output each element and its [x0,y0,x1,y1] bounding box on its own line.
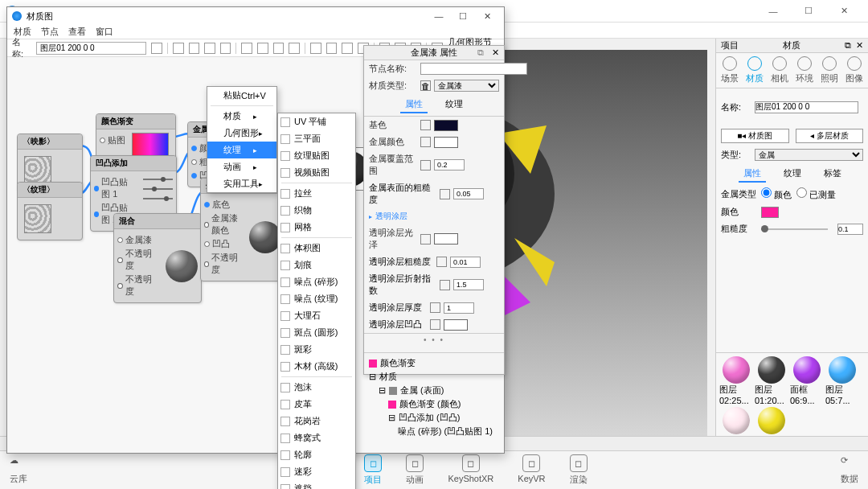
dock-undock-icon[interactable]: ⧉ [845,40,851,51]
context-menu-texture[interactable]: UV 平铺三平面纹理贴图视频贴图拉丝织物网格体积图划痕噪点 (碎形)噪点 (纹理… [277,113,356,489]
lib-material[interactable]: 图层01:20... [755,356,788,405]
window-max-button[interactable]: ☐ [451,11,475,22]
color-swatch[interactable] [761,207,779,218]
ctx-tex-18[interactable]: 蜂窝式 [278,429,355,446]
dock-tab-场景[interactable]: 场景 [721,56,739,84]
node-name-input[interactable] [420,63,527,75]
ctx-tex-7[interactable]: 体积图 [278,240,355,257]
map-icon[interactable] [420,234,431,244]
node-mix[interactable]: 混合 金属漆 不透明度 不透明度 [113,213,202,303]
bottombar-KeyVR[interactable]: ◻KeyVR [518,454,545,486]
clear-thick-value[interactable] [444,302,474,314]
tool-icon[interactable] [173,43,184,54]
ctx-tex-10[interactable]: 噪点 (纹理) [278,290,355,307]
ctx-tex-5[interactable]: 织物 [278,202,355,219]
ctx-tex-12[interactable]: 斑点 (圆形) [278,324,355,341]
map-icon[interactable] [420,120,431,130]
window-close-button[interactable]: ✕ [475,11,499,22]
ctx-tex-6[interactable]: 网格 [278,219,355,236]
ctx-tex-1[interactable]: 三平面 [278,130,355,147]
metal-color-swatch[interactable] [434,137,458,148]
map-icon[interactable] [430,302,440,313]
roughness-value[interactable] [837,224,863,235]
ctx-item-几何图形[interactable]: 几何图形▸ [207,125,276,142]
tool-icon[interactable] [289,43,300,54]
metal-cover-value[interactable] [434,159,465,171]
tool-icon[interactable] [326,43,338,54]
bottombar-项目[interactable]: ◻项目 [364,454,382,486]
lib-material[interactable]: 图层02:25... [719,356,753,405]
dock-tab-照明[interactable]: 照明 [821,56,838,84]
min-button[interactable]: — [755,0,791,23]
ctx-tex-8[interactable]: 划痕 [278,257,355,273]
panel-undock-icon[interactable]: ⧉ [475,47,486,58]
context-menu-main[interactable]: 粘贴Ctrl+V材质▸几何图形▸纹理▸动画▸实用工具▸ [207,86,277,193]
window-min-button[interactable]: — [427,11,451,21]
multilayer-material-button[interactable]: ◂ 多层材质 [796,129,864,143]
map-icon[interactable] [436,257,447,267]
ctx-tex-20[interactable]: 迷彩 [278,463,355,480]
node-metal-paint[interactable]: 金属漆 底色 金属漆颜色 凹凸 不透明度 [200,178,285,281]
ctx-tex-21[interactable]: 遮挡 [278,480,355,489]
lib-material[interactable] [755,407,788,434]
material-graph-button[interactable]: ■◂ 材质图 [721,129,789,143]
lib-material[interactable] [719,407,753,434]
tool-icon[interactable] [342,43,353,54]
tab-textures[interactable]: 纹理 [440,97,468,113]
node-texture[interactable]: 〈纹理〉 [17,182,83,240]
tool-icon[interactable] [241,43,252,54]
map-icon[interactable] [420,137,431,147]
tool-icon[interactable] [151,43,162,54]
metal-type-color-radio[interactable]: 颜色 [761,187,792,201]
ctx-tex-2[interactable]: 纹理贴图 [278,147,355,164]
ctx-item-动画[interactable]: 动画▸ [207,158,276,175]
tool-icon[interactable] [273,43,285,54]
tool-icon[interactable] [257,43,268,54]
metal-type-measured-radio[interactable]: 已测量 [796,187,836,201]
ctx-item-实用工具[interactable]: 实用工具▸ [207,175,276,192]
clearcoat-section[interactable]: 透明涂层 [364,208,504,224]
data-icon[interactable]: ⟳ [841,455,858,473]
dock-tab-图像[interactable]: 图像 [845,56,863,84]
panel-resize-grip[interactable]: • • • [364,333,504,346]
menu-窗口[interactable]: 窗口 [96,26,113,38]
ctx-tex-17[interactable]: 花岗岩 [278,413,355,429]
clear-ior-value[interactable] [453,279,484,290]
lib-material[interactable]: 面框 06:9... [790,356,824,405]
bottombar-动画[interactable]: ◻动画 [406,454,424,486]
ctx-tex-3[interactable]: 视频贴图 [278,164,355,181]
node-tree[interactable]: 颜色渐变 ⊟ 材质 ⊟ 金属 (表面) 颜色渐变 (颜色) ⊟ 凹凸添加 (凹凸… [364,352,504,442]
subtab-属性[interactable]: 属性 [739,166,766,183]
ctx-tex-15[interactable]: 泡沫 [278,379,355,396]
dock-tab-材质[interactable]: 材质 [746,56,764,84]
ctx-tex-4[interactable]: 拉丝 [278,185,355,202]
base-color-swatch[interactable] [434,120,458,131]
map-icon[interactable] [430,319,440,330]
clear-rough-value[interactable] [450,257,481,268]
dock-tab-相机[interactable]: 相机 [771,56,788,84]
max-button[interactable]: ☐ [791,0,826,23]
material-name-input[interactable] [755,101,858,113]
tool-icon[interactable] [220,43,231,54]
ctx-item-粘贴[interactable]: 粘贴Ctrl+V [207,87,276,104]
cloud-library-icon[interactable]: ☁ [10,455,27,473]
material-type-select[interactable]: 金属 [755,149,863,161]
ctx-tex-14[interactable]: 木材 (高级) [278,358,355,375]
material-type-select[interactable]: 金属漆 [434,80,499,92]
map-icon[interactable] [440,189,450,199]
ctx-item-材质[interactable]: 材质▸ [207,108,276,125]
panel-close-icon[interactable]: ✕ [489,47,501,58]
ctx-tex-11[interactable]: 大理石 [278,307,355,324]
bottombar-KeyShotXR[interactable]: ◻KeyShotXR [448,454,493,486]
graph-name-input[interactable] [36,42,146,55]
tool-icon[interactable] [189,43,200,54]
tab-properties[interactable]: 属性 [400,97,428,113]
dock-close-icon[interactable]: ✕ [856,40,863,51]
subtab-纹理[interactable]: 纹理 [779,166,806,183]
menu-节点[interactable]: 节点 [41,26,59,38]
subtab-标签[interactable]: 标签 [819,166,846,183]
bottombar-渲染[interactable]: ◻渲染 [570,454,588,486]
ctx-tex-0[interactable]: UV 平铺 [278,113,355,130]
metal-rough-value[interactable] [453,188,484,199]
tool-icon[interactable] [310,43,321,54]
